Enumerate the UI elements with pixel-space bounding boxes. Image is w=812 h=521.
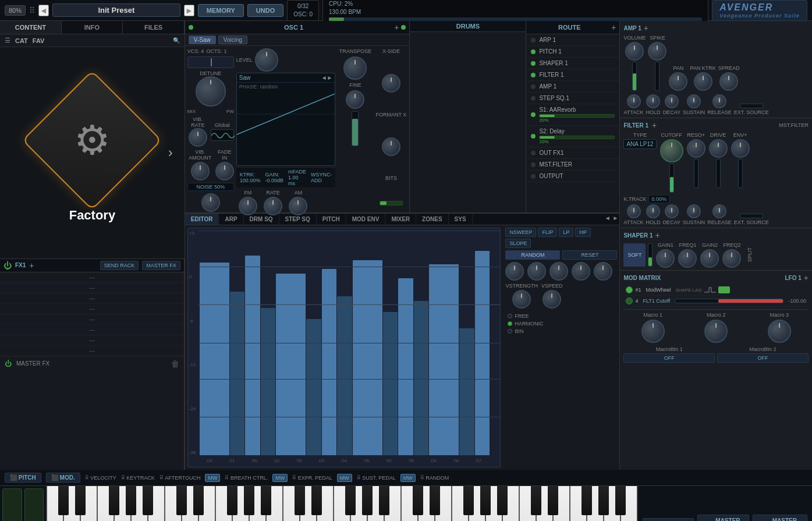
pitch-btn[interactable]: ⬛ PITCH [5,473,41,483]
f1-hold-knob[interactable] [646,204,660,218]
fx-add-button[interactable]: + [29,261,34,270]
black-key-29[interactable] [548,486,558,515]
fx-slot-8[interactable]: --- [0,346,184,356]
tab-arp[interactable]: ARP [219,214,243,225]
fav-label[interactable]: FAV [33,37,45,44]
black-key-17[interactable] [345,486,355,515]
keyboard[interactable] [47,486,637,521]
radio-bin[interactable]: BIN [508,328,615,334]
s1-freq2-knob[interactable] [722,249,741,268]
flip-knob[interactable] [527,262,546,281]
volume-knob[interactable] [625,42,644,61]
level-vslider[interactable] [352,111,359,146]
hp-btn[interactable]: HP [575,228,591,237]
transpose-knob[interactable] [343,56,367,80]
mod-btn[interactable]: ⬛ MOD. [46,473,80,483]
route-arp1[interactable]: ARP 1 [526,34,619,46]
shaper1-add-btn[interactable]: + [655,231,659,240]
black-key-22[interactable] [430,486,439,515]
drive-knob[interactable] [709,139,728,158]
black-key-32[interactable] [598,486,608,515]
fx-power-icon[interactable]: ⏻ [3,261,12,270]
fx-slot-3[interactable]: --- [0,293,184,304]
env-knob[interactable] [731,139,750,158]
s1-gain1-knob[interactable] [656,249,675,268]
tab-files[interactable]: FILES [123,21,185,34]
slope-knob[interactable] [594,262,612,281]
next-preset-arrow[interactable]: › [168,144,173,161]
amp1-add-btn[interactable]: + [644,23,648,33]
fx-footer-power[interactable]: ⏻ [5,360,12,368]
f1-release-knob[interactable] [712,204,726,218]
detune-knob[interactable] [196,76,226,107]
black-key-24[interactable] [463,486,473,515]
vib-amount-knob[interactable] [191,162,210,180]
rate-knob[interactable] [264,197,282,215]
tab-editor[interactable]: EDITOR [185,214,219,225]
fx-slot-7[interactable]: --- [0,335,184,346]
macro-btn1[interactable]: OFF [623,353,715,363]
black-key-8[interactable] [193,486,203,515]
vspeed-knob[interactable] [542,290,561,309]
cat-label[interactable]: CAT [15,37,28,44]
flip-btn[interactable]: FLIP [538,228,557,237]
preset-name[interactable]: Init Preset [52,3,180,17]
black-key-21[interactable] [413,486,423,515]
fx-slot-6[interactable]: --- [0,325,184,335]
nsweep-btn[interactable]: NSWEEP [505,228,536,237]
f1-decay-knob[interactable] [665,204,679,218]
random-btn[interactable]: RANDOM [505,250,560,260]
route-filter1[interactable]: FILTER 1 [526,69,619,81]
macro2-knob[interactable] [704,320,728,343]
amp1-release-knob[interactable] [712,94,726,108]
fx-slot-5[interactable]: --- [0,314,184,325]
spike-knob[interactable] [648,42,666,61]
search-icon[interactable]: 🔍 [173,37,180,44]
zoom-control[interactable]: 80% [5,5,26,16]
nsweep-knob[interactable] [505,262,524,281]
detune-slider[interactable] [187,56,234,68]
route-mstfilter[interactable]: MST.FILTER [526,159,619,171]
black-key-10[interactable] [227,486,237,515]
route-outfx1[interactable]: OUT FX1 [526,147,619,159]
editor-next[interactable]: ► [613,215,619,224]
fade-in-knob[interactable] [215,162,234,180]
lp-btn[interactable]: LP [559,228,573,237]
route-pitch1[interactable]: PITCH 1 [526,46,619,58]
soft-btn[interactable]: SOFT [623,243,646,267]
black-key-18[interactable] [362,486,372,515]
vsaw-tab[interactable]: V-Saw [189,36,216,44]
radio-free[interactable]: FREE [508,313,615,319]
level-knob[interactable] [255,48,278,72]
filter1-add-btn[interactable]: + [652,120,657,130]
black-key-1[interactable] [75,486,85,515]
fm-knob[interactable] [239,197,257,215]
master-filter-btn[interactable]: 🔒 MASTER FILTER [697,515,749,521]
spread-knob[interactable] [719,72,738,91]
lp-knob[interactable] [549,262,568,281]
memory-button[interactable]: MEMORY [198,4,244,17]
fx-slot-1[interactable]: --- [0,272,184,283]
master-volume-btn[interactable]: 🔒 MASTER VOLUME [753,515,807,521]
harmonic-editor[interactable]: +3 0 -6 -12 -24 -48 [187,228,501,467]
black-key-7[interactable] [176,486,186,515]
nav-next[interactable]: ► [184,5,194,16]
black-key-15[interactable] [311,486,321,515]
mod-amount-bar[interactable] [675,299,783,303]
tab-content[interactable]: CONTENT [0,21,62,34]
vstrength-knob[interactable] [512,290,531,309]
black-key-26[interactable] [497,486,507,515]
amp1-sustain-knob[interactable] [687,94,701,108]
macro1-knob[interactable] [641,320,665,343]
mod-slider[interactable] [24,488,44,521]
radio-harmonic[interactable]: HARMONIC [508,321,615,327]
f1-attack-knob[interactable] [627,204,641,218]
shuffle-btn[interactable]: 🔒 SHUFFLE [643,518,694,522]
black-key-19[interactable] [379,486,389,515]
s1-freq1-knob[interactable] [678,249,697,268]
mod-add-btn[interactable]: + [804,273,809,282]
tab-sys[interactable]: SYS [449,214,473,225]
reso-knob[interactable] [687,139,705,158]
black-key-11[interactable] [244,486,254,515]
fx-delete-icon[interactable]: 🗑 [171,359,179,368]
